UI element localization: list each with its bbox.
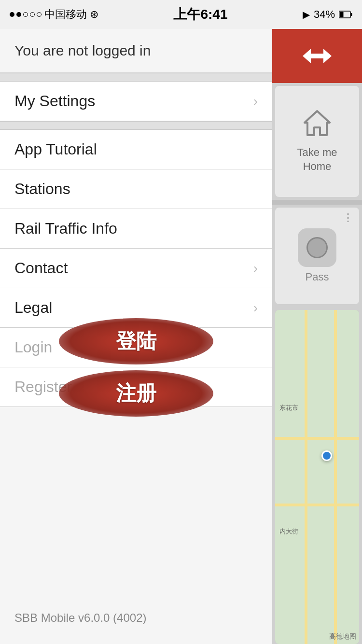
right-separator [272, 200, 362, 205]
section-separator-2 [0, 121, 272, 130]
menu-item-rail-traffic[interactable]: Rail Traffic Info [0, 209, 272, 249]
map-card[interactable]: ⋮ 东花市 内大街 高德地图 [275, 310, 359, 644]
svg-marker-3 [303, 49, 332, 63]
menu-item-tutorial[interactable]: App Tutorial [0, 130, 272, 169]
take-me-home-label: Take meHome [297, 146, 337, 173]
section-separator [0, 73, 272, 82]
login-overlay[interactable]: 登陆 [59, 318, 213, 364]
chevron-right-icon-contact: › [253, 261, 258, 276]
camera-lens [306, 237, 328, 258]
more-options-icon[interactable]: ⋮ [343, 212, 354, 223]
wifi-icon: ⊛ [90, 8, 98, 21]
signal-strength [10, 12, 42, 17]
road-vertical-2 [334, 310, 337, 644]
login-overlay-text: 登陆 [116, 328, 156, 355]
menu-item-tutorial-label: App Tutorial [14, 140, 97, 158]
menu-item-rail-traffic-label: Rail Traffic Info [14, 220, 117, 238]
battery-percentage: 34% [314, 8, 335, 21]
not-logged-in-section: You are not logged in [0, 29, 272, 73]
svg-rect-2 [340, 12, 344, 17]
signal-dot-2 [16, 12, 21, 17]
svg-rect-1 [351, 13, 352, 16]
not-logged-in-text: You are not logged in [14, 42, 151, 58]
register-overlay[interactable]: 注册 [59, 370, 213, 417]
camera-card[interactable]: ⋮ Pass [275, 208, 359, 304]
version-text: SBB Mobile v6.0.0 (4002) [14, 611, 146, 625]
menu-item-contact[interactable]: Contact › [0, 249, 272, 288]
battery-icon [339, 11, 352, 18]
map-content: 东花市 内大街 高德地图 [275, 310, 359, 644]
home-icon [302, 109, 333, 142]
menu-item-settings[interactable]: My Settings › [0, 82, 272, 121]
pass-label: Pass [306, 271, 329, 283]
sbb-logo-icon [300, 44, 334, 68]
signal-dot-5 [37, 12, 42, 17]
menu-item-stations[interactable]: Stations [0, 169, 272, 209]
menu-item-stations-label: Stations [14, 180, 70, 198]
svg-marker-4 [305, 111, 330, 135]
signal-dot-4 [30, 12, 35, 17]
menu-item-contact-label: Contact [14, 259, 68, 277]
take-me-home-card[interactable]: Take meHome [275, 86, 359, 197]
road-horizontal-2 [275, 504, 359, 506]
carrier-name: 中国移动 [44, 7, 87, 22]
status-right: ▶ 34% [303, 8, 352, 21]
chevron-right-icon: › [253, 94, 258, 109]
drawer-menu: You are not logged in My Settings › App … [0, 29, 272, 644]
main-layout: Take meHome ⋮ Pass ⋮ 东花市 内大街 [0, 29, 362, 644]
signal-dot-1 [10, 12, 14, 17]
road-vertical-1 [305, 310, 307, 644]
chevron-right-icon-legal: › [253, 300, 258, 316]
camera-icon [298, 228, 336, 267]
status-left: 中国移动 ⊛ [10, 7, 98, 22]
gaode-label: 高德地图 [329, 632, 356, 641]
auth-section: Login Register 登陆 注册 [0, 328, 272, 407]
status-time: 上午6:41 [173, 5, 227, 24]
road-horizontal-1 [275, 437, 359, 440]
map-street-label-2: 内大街 [279, 527, 298, 536]
menu-item-settings-label: My Settings [14, 92, 95, 110]
location-dot [321, 450, 332, 461]
right-panel: Take meHome ⋮ Pass ⋮ 东花市 内大街 [272, 29, 362, 644]
map-street-label-1: 东花市 [279, 404, 298, 412]
register-overlay-text: 注册 [116, 380, 156, 407]
login-label: Login [14, 338, 52, 356]
sbb-header [272, 29, 362, 83]
location-icon: ▶ [303, 9, 310, 20]
signal-dot-3 [23, 12, 28, 17]
status-bar: 中国移动 ⊛ 上午6:41 ▶ 34% [0, 0, 362, 29]
menu-item-legal-label: Legal [14, 299, 52, 317]
